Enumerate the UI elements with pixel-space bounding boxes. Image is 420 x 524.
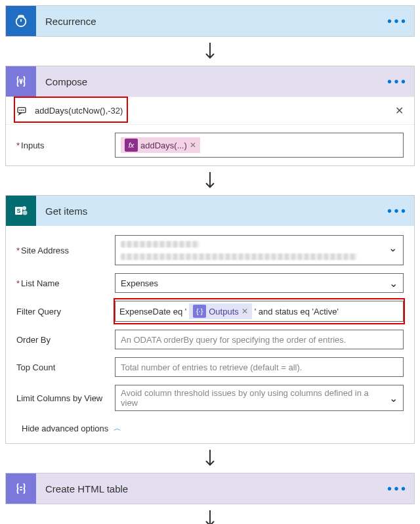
redacted-text: [121, 253, 357, 260]
action-menu-button[interactable]: • • •: [387, 481, 405, 496]
param-row-inputs: *Inputs fx addDays(...) ✕: [6, 125, 414, 165]
param-label: *Inputs: [16, 141, 115, 150]
action-menu-button[interactable]: • • •: [387, 14, 405, 29]
action-title: Create HTML table: [36, 483, 387, 494]
filter-text-suffix: ' and status eq 'Active': [255, 307, 339, 317]
order-by-field[interactable]: An ODATA orderBy query for specifying th…: [115, 330, 404, 349]
top-count-field[interactable]: Total number of entries to retrieve (def…: [115, 357, 404, 377]
arrow-connector: [5, 504, 415, 524]
svg-text:S: S: [16, 207, 20, 214]
list-name-value: Expenses: [121, 278, 158, 288]
svg-point-2: [20, 110, 20, 110]
action-header[interactable]: S Get items • • •: [6, 196, 414, 226]
action-header[interactable]: Create HTML table • • •: [6, 473, 414, 504]
field-label: Filter Query: [16, 301, 115, 322]
token-label: Outputs: [209, 307, 239, 317]
placeholder-text: Total number of entries to retrieve (def…: [121, 362, 302, 372]
row-order-by: Order By An ODATA orderBy query for spec…: [6, 326, 414, 353]
field-label: Top Count: [16, 357, 115, 377]
redacted-text: [121, 241, 200, 248]
arrow-connector: [5, 37, 415, 66]
action-compose: Compose • • • addDays(utcNow(),-32) ✕ *I…: [5, 66, 415, 166]
token-remove-icon[interactable]: ✕: [190, 141, 196, 150]
site-address-field[interactable]: [115, 235, 404, 265]
svg-point-3: [22, 110, 22, 110]
action-create-html-table[interactable]: Create HTML table • • •: [5, 473, 415, 504]
filter-query-field[interactable]: ExpenseDate eq ' {·} Outputs ✕ ' and sta…: [115, 301, 404, 322]
svg-point-7: [22, 206, 26, 210]
limit-columns-field[interactable]: Avoid column threshold issues by only us…: [115, 385, 404, 411]
compose-icon: [6, 66, 36, 97]
chevron-down-icon[interactable]: ⌄: [389, 392, 398, 404]
comment-icon: [16, 106, 27, 116]
compose-icon: {·}: [193, 305, 206, 318]
filter-text-prefix: ExpenseDate eq ': [119, 307, 186, 317]
placeholder-text: Avoid column threshold issues by only us…: [121, 388, 385, 408]
inputs-field[interactable]: fx addDays(...) ✕: [115, 133, 404, 158]
svg-point-4: [23, 110, 24, 110]
action-header[interactable]: Recurrence • • •: [6, 6, 414, 36]
outputs-token[interactable]: {·} Outputs ✕: [189, 303, 252, 319]
action-recurrence[interactable]: Recurrence • • •: [5, 5, 415, 37]
chevron-up-icon: ︿: [114, 423, 121, 434]
row-site-address: *Site Address ⌄: [6, 226, 414, 269]
action-get-items: S Get items • • • *Site Address ⌄ *List …: [5, 195, 415, 444]
svg-point-8: [23, 211, 28, 215]
field-label: Limit Columns by View: [16, 385, 115, 411]
table-icon: [6, 473, 36, 504]
recurrence-icon: [6, 6, 36, 36]
hide-advanced-toggle[interactable]: Hide advanced options ︿: [6, 415, 414, 443]
list-name-field[interactable]: Expenses ⌄: [115, 273, 404, 293]
row-filter-query: Filter Query ExpenseDate eq ' {·} Output…: [6, 297, 414, 326]
action-header[interactable]: Compose • • •: [6, 66, 414, 97]
arrow-connector: [5, 166, 415, 195]
action-title: Compose: [36, 76, 387, 87]
close-icon[interactable]: ✕: [395, 104, 404, 117]
fx-icon: fx: [125, 139, 138, 152]
field-label: Order By: [16, 330, 115, 349]
action-menu-button[interactable]: • • •: [387, 74, 405, 89]
row-list-name: *List Name Expenses ⌄: [6, 269, 414, 297]
arrow-connector: [5, 444, 415, 473]
sharepoint-icon: S: [6, 196, 36, 226]
chevron-down-icon[interactable]: ⌄: [389, 277, 398, 290]
field-label: *Site Address: [16, 235, 115, 265]
svg-point-0: [16, 17, 26, 27]
action-menu-button[interactable]: • • •: [387, 204, 405, 219]
hide-advanced-label: Hide advanced options: [22, 424, 108, 433]
action-title: Get items: [36, 206, 387, 217]
expression-preview-bar: addDays(utcNow(),-32) ✕: [6, 97, 414, 125]
expression-text: addDays(utcNow(),-32): [35, 106, 395, 116]
placeholder-text: An ODATA orderBy query for specifying th…: [121, 335, 346, 345]
chevron-down-icon[interactable]: ⌄: [388, 242, 397, 254]
row-top-count: Top Count Total number of entries to ret…: [6, 353, 414, 381]
row-limit-columns: Limit Columns by View Avoid column thres…: [6, 381, 414, 415]
token-remove-icon[interactable]: ✕: [242, 307, 248, 316]
expression-token[interactable]: fx addDays(...) ✕: [121, 137, 200, 153]
token-label: addDays(...): [140, 141, 187, 150]
action-title: Recurrence: [36, 16, 387, 27]
field-label: *List Name: [16, 273, 115, 293]
